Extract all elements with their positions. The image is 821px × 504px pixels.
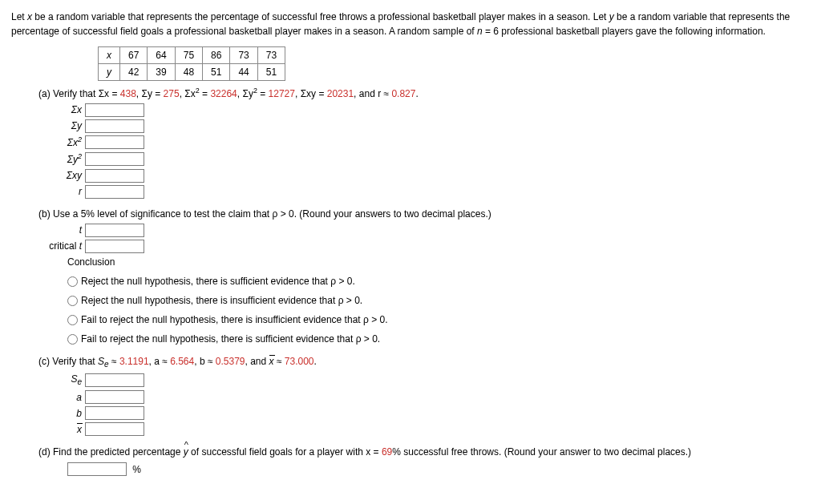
- part-d: (d) Find the predicted percentage y of s…: [38, 445, 810, 477]
- t-input[interactable]: [85, 224, 144, 237]
- sigma-y-input[interactable]: [85, 119, 144, 133]
- conclusion-option-1[interactable]: [67, 276, 78, 287]
- part-a: (a) Verify that Σx = 438, Σy = 275, Σx2 …: [38, 86, 810, 199]
- sigma-x2-label: Σx2: [38, 135, 85, 150]
- xbar-label: x: [38, 422, 85, 437]
- sigma-y-label: Σy: [38, 119, 85, 133]
- table-x-label: x: [99, 47, 120, 64]
- b-input[interactable]: [85, 406, 144, 420]
- table-y-label: y: [99, 64, 120, 81]
- a-label: a: [38, 390, 85, 405]
- table-cell: 67: [120, 47, 148, 64]
- part-c: (c) Verify that Se ≈ 3.1191, a ≈ 6.564, …: [38, 354, 810, 437]
- data-table: x 67 64 75 86 73 73 y 42 39 48 51 44 51: [98, 46, 285, 81]
- part-a-text: (a) Verify that Σx = 438, Σy = 275, Σx2 …: [38, 86, 810, 101]
- sigma-xy-label: Σxy: [38, 168, 85, 183]
- r-label: r: [38, 184, 85, 199]
- sigma-y2-input[interactable]: [85, 152, 144, 166]
- conclusion-option-1-label: Reject the null hypothesis, there is suf…: [81, 274, 355, 288]
- predicted-yhat-input[interactable]: [67, 462, 127, 476]
- conclusion-option-2-label: Reject the null hypothesis, there is ins…: [81, 293, 362, 308]
- sigma-x2-input[interactable]: [85, 135, 144, 149]
- part-d-text: (d) Find the predicted percentage y of s…: [38, 445, 810, 459]
- conclusion-option-2[interactable]: [67, 296, 78, 306]
- conclusion-option-4-label: Fail to reject the null hypothesis, ther…: [81, 332, 380, 346]
- part-b: (b) Use a 5% level of significance to te…: [38, 207, 810, 346]
- table-cell: 73: [230, 47, 257, 64]
- conclusion-label: Conclusion: [67, 255, 810, 269]
- se-label: Se: [38, 372, 85, 388]
- critical-t-label: critical t: [38, 239, 85, 253]
- conclusion-option-3-label: Fail to reject the null hypothesis, ther…: [81, 312, 388, 327]
- table-cell: 64: [148, 47, 175, 64]
- conclusion-option-4[interactable]: [67, 334, 78, 345]
- r-input[interactable]: [85, 185, 144, 199]
- conclusion-radio-group: Reject the null hypothesis, there is suf…: [67, 274, 810, 346]
- a-input[interactable]: [85, 390, 144, 404]
- sigma-xy-input[interactable]: [85, 169, 144, 183]
- sigma-y2-label: Σy2: [38, 151, 85, 167]
- part-c-text: (c) Verify that Se ≈ 3.1191, a ≈ 6.564, …: [38, 354, 810, 370]
- table-cell: 51: [257, 64, 285, 81]
- table-cell: 42: [120, 64, 148, 81]
- table-cell: 51: [203, 64, 230, 81]
- table-cell: 75: [175, 47, 202, 64]
- t-label: t: [38, 223, 85, 237]
- sigma-x-label: Σx: [38, 103, 85, 117]
- conclusion-option-3[interactable]: [67, 315, 78, 325]
- part-b-text: (b) Use a 5% level of significance to te…: [38, 207, 810, 221]
- b-label: b: [38, 406, 85, 421]
- critical-t-input[interactable]: [85, 240, 144, 253]
- xbar-input[interactable]: [85, 422, 144, 436]
- sigma-x-input[interactable]: [85, 103, 144, 117]
- percent-unit: %: [132, 464, 141, 475]
- se-input[interactable]: [85, 373, 144, 387]
- table-cell: 86: [203, 47, 230, 64]
- table-cell: 39: [148, 64, 175, 81]
- table-cell: 73: [257, 47, 285, 64]
- table-cell: 44: [230, 64, 257, 81]
- problem-intro: Let x be a random variable that represen…: [11, 10, 810, 38]
- table-cell: 48: [175, 64, 202, 81]
